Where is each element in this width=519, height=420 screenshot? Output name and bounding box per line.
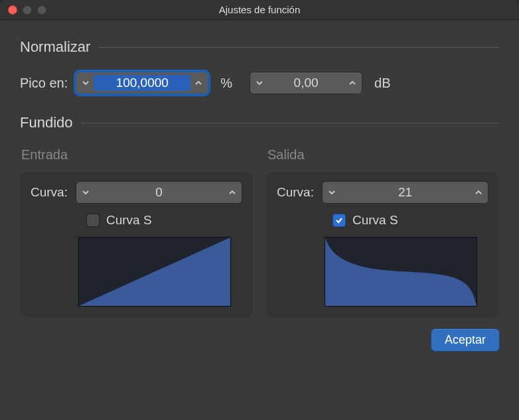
chevron-up-icon[interactable]: [224, 182, 240, 202]
fade-in-scurve-checkbox[interactable]: [86, 214, 100, 227]
chevron-up-icon[interactable]: [344, 73, 360, 93]
fade-in-curve-stepper[interactable]: 0: [76, 181, 242, 204]
chevron-down-icon[interactable]: [252, 73, 267, 93]
normalize-label: Normalizar: [20, 38, 90, 56]
fade-out-graph: [325, 237, 477, 307]
fade-out-box: Curva: 21: [266, 172, 499, 317]
chevron-up-icon[interactable]: [471, 182, 486, 202]
fade-label: Fundido: [20, 114, 73, 131]
svg-marker-0: [79, 238, 230, 306]
accept-button[interactable]: Aceptar: [431, 329, 499, 351]
fade-in-graph: [78, 237, 231, 307]
fade-header: Fundido: [20, 114, 499, 131]
fade-out-curve-stepper[interactable]: 21: [322, 181, 488, 204]
zoom-window-button[interactable]: [37, 5, 46, 15]
peak-percent-value[interactable]: 100,0000: [94, 75, 190, 91]
fade-out-scurve-label: Curva S: [352, 213, 398, 228]
peak-row: Pico en: 100,0000 % 0,00: [20, 72, 499, 94]
function-settings-window: Ajustes de función Normalizar Pico en: 1…: [0, 0, 519, 420]
normalize-header: Normalizar: [20, 38, 499, 56]
minimize-window-button[interactable]: [23, 5, 32, 15]
peak-db-value[interactable]: 0,00: [267, 76, 344, 90]
titlebar: Ajustes de función: [0, 0, 519, 20]
close-window-button[interactable]: [8, 5, 17, 15]
fade-out-column: Salida Curva: 21: [266, 147, 499, 317]
fade-in-box: Curva: 0 Curva S: [20, 172, 253, 317]
fade-out-scurve-checkbox[interactable]: [333, 214, 346, 227]
fade-out-title: Salida: [266, 147, 499, 163]
chevron-down-icon[interactable]: [324, 182, 340, 202]
fade-out-curve-label: Curva:: [277, 185, 314, 200]
fade-in-column: Entrada Curva: 0: [20, 147, 253, 317]
fade-in-scurve-label: Curva S: [106, 213, 152, 228]
chevron-down-icon[interactable]: [78, 182, 94, 202]
peak-db-stepper[interactable]: 0,00: [250, 72, 362, 94]
window-title: Ajustes de función: [219, 4, 301, 15]
peak-label: Pico en:: [20, 76, 68, 91]
fade-in-curve-value[interactable]: 0: [94, 185, 224, 200]
window-controls: [8, 5, 46, 15]
fade-in-title: Entrada: [20, 147, 253, 163]
fade-in-curve-label: Curva:: [31, 185, 68, 200]
peak-percent-stepper[interactable]: 100,0000: [76, 72, 208, 94]
db-unit: dB: [370, 76, 394, 91]
fade-out-curve-value[interactable]: 21: [340, 185, 471, 200]
chevron-down-icon[interactable]: [78, 73, 94, 93]
chevron-up-icon[interactable]: [190, 73, 206, 93]
percent-unit: %: [216, 76, 236, 91]
